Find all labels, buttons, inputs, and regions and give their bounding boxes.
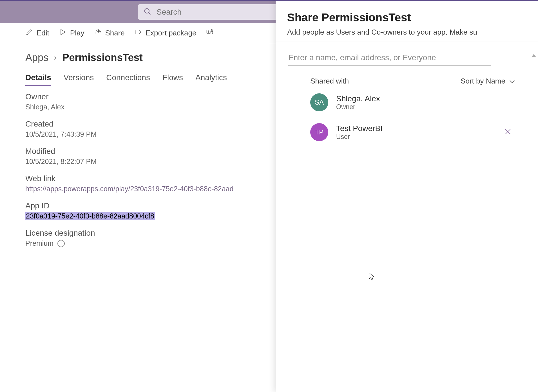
share-icon <box>94 28 102 38</box>
appid-selected-text[interactable]: 23f0a319-75e2-40f3-b88e-82aad8004cf8 <box>25 212 155 220</box>
avatar: TP <box>310 123 328 141</box>
share-label: Share <box>105 29 124 37</box>
shared-with-row: Shared with Sort by Name <box>310 77 515 85</box>
panel-title: Share PermissionsTest <box>287 11 527 24</box>
user-info: Test PowerBIUser <box>336 124 383 141</box>
tab-flows[interactable]: Flows <box>162 73 183 86</box>
shared-with-label: Shared with <box>310 77 349 85</box>
user-name: Test PowerBI <box>336 124 383 133</box>
sort-by-dropdown[interactable]: Sort by Name <box>461 77 515 85</box>
user-name: Shlega, Alex <box>336 94 380 103</box>
breadcrumb-current: PermissionsTest <box>62 52 142 64</box>
teams-icon <box>206 28 214 38</box>
avatar: SA <box>310 93 328 111</box>
play-label: Play <box>70 29 84 37</box>
export-icon <box>134 28 142 38</box>
license-value: Premium <box>25 239 53 247</box>
edit-icon <box>25 28 33 38</box>
play-icon <box>59 28 67 38</box>
play-button[interactable]: Play <box>59 28 84 38</box>
sort-by-label: Sort by Name <box>461 77 505 85</box>
panel-header: Share PermissionsTest Add people as User… <box>276 1 538 42</box>
teams-button[interactable] <box>206 28 214 38</box>
export-label: Export package <box>146 29 197 37</box>
user-role: Owner <box>336 103 380 111</box>
search-icon <box>144 8 151 17</box>
share-panel: Share PermissionsTest Add people as User… <box>276 0 538 392</box>
chevron-right-icon: › <box>54 53 57 62</box>
export-button[interactable]: Export package <box>134 28 197 38</box>
tab-connections[interactable]: Connections <box>106 73 150 86</box>
panel-body: Shared with Sort by Name SAShlega, AlexO… <box>276 42 538 392</box>
tab-versions[interactable]: Versions <box>64 73 94 86</box>
breadcrumb-root[interactable]: Apps <box>25 52 48 64</box>
tab-analytics[interactable]: Analytics <box>195 73 227 86</box>
edit-button[interactable]: Edit <box>25 28 49 38</box>
svg-point-0 <box>145 8 149 13</box>
svg-line-1 <box>149 12 151 14</box>
panel-subtitle: Add people as Users and Co-owners to you… <box>287 28 527 37</box>
user-role: User <box>336 133 383 141</box>
share-button[interactable]: Share <box>94 28 124 38</box>
svg-marker-2 <box>61 30 65 35</box>
remove-user-button[interactable] <box>504 128 512 136</box>
user-row[interactable]: TPTest PowerBIUser <box>310 121 517 143</box>
info-icon[interactable]: i <box>57 240 65 247</box>
users-list: SAShlega, AlexOwnerTPTest PowerBIUser <box>288 91 526 143</box>
user-info: Shlega, AlexOwner <box>336 94 380 111</box>
tab-details[interactable]: Details <box>25 73 51 86</box>
chevron-down-icon <box>509 77 515 85</box>
people-input[interactable] <box>288 50 491 66</box>
edit-label: Edit <box>37 29 49 37</box>
user-row[interactable]: SAShlega, AlexOwner <box>310 91 517 114</box>
svg-point-6 <box>211 30 213 31</box>
